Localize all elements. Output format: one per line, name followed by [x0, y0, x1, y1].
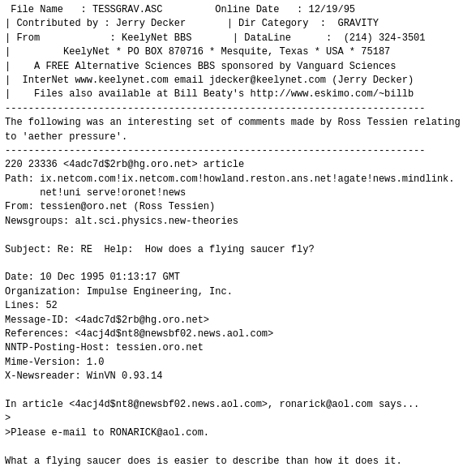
divider-1: ----------------------------------------…: [5, 103, 425, 114]
content-area: File Name : TESSGRAV.ASC Online Date : 1…: [5, 3, 471, 471]
divider-2: ----------------------------------------…: [5, 145, 425, 156]
intro-text: The following was an interesting set of …: [5, 117, 461, 142]
article-header: 220 23336 <4adc7d$2rb@hg.oro.net> articl…: [5, 159, 461, 471]
header-block: File Name : TESSGRAV.ASC Online Date : 1…: [5, 4, 425, 100]
page-container: File Name : TESSGRAV.ASC Online Date : 1…: [5, 3, 471, 471]
